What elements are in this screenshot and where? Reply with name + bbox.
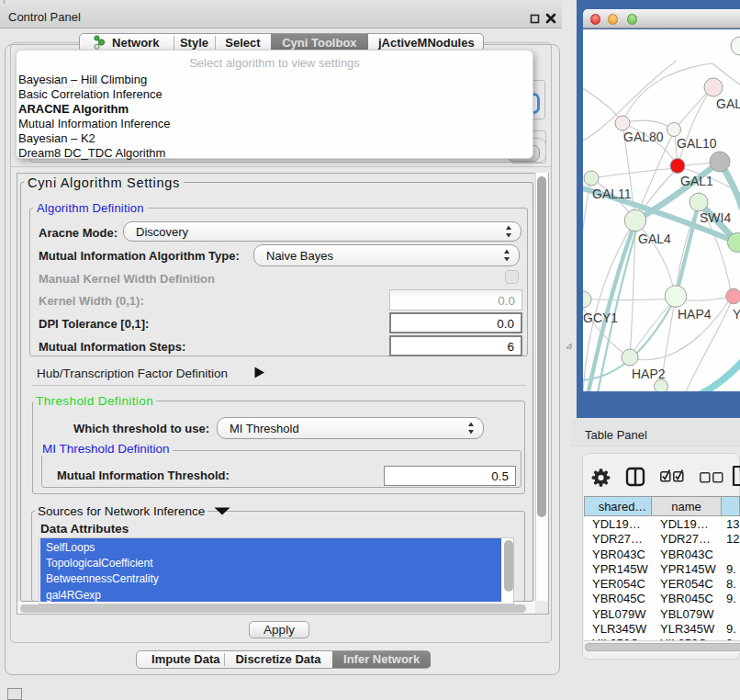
svg-text:GAL2: GAL2: [716, 96, 740, 111]
svg-text:Y: Y: [733, 307, 740, 322]
svg-text:GAL10: GAL10: [677, 136, 717, 151]
svg-text:GAL11: GAL11: [592, 186, 632, 201]
svg-text:GCY1: GCY1: [583, 310, 618, 325]
svg-text:SWI4: SWI4: [700, 210, 731, 225]
svg-text:GAL1: GAL1: [680, 174, 713, 188]
svg-text:HAP4: HAP4: [678, 307, 712, 322]
svg-text:HAP2: HAP2: [632, 367, 666, 381]
svg-text:GAL80: GAL80: [623, 130, 664, 144]
svg-text:GAL4: GAL4: [638, 231, 671, 246]
